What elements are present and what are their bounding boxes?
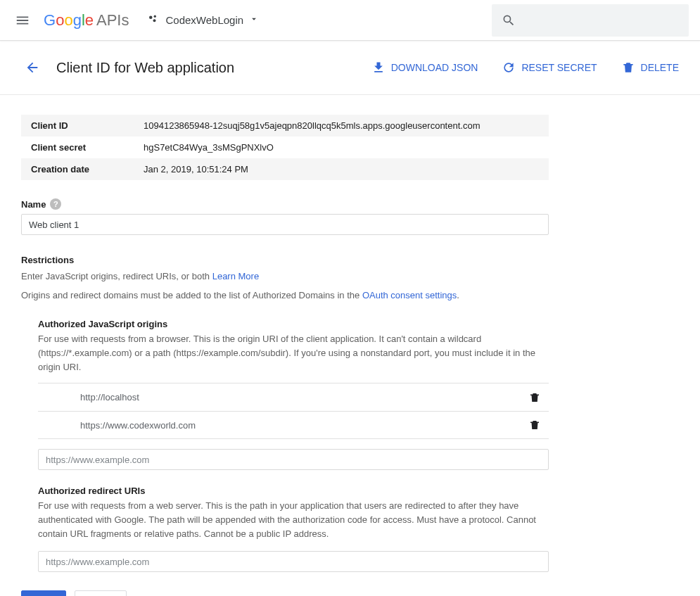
oauth-consent-link[interactable]: OAuth consent settings [362,290,457,300]
svg-point-0 [149,16,153,20]
project-icon [147,13,160,27]
download-json-label: DOWNLOAD JSON [391,62,478,73]
delete-button[interactable]: DELETE [621,61,679,75]
help-icon[interactable]: ? [50,198,61,210]
delete-uri-button[interactable] [521,391,549,404]
js-origin-input[interactable] [38,449,549,470]
js-origins-list: http://localhosthttps://www.codexworld.c… [38,383,549,439]
client-secret-value: hgS7etC84Wya_3sMSgPNXlvO [134,137,549,158]
client-secret-label: Client secret [21,137,134,158]
redirect-uris-section: Authorized redirect URIs For use with re… [38,486,549,572]
uri-row: http://localhost [38,383,549,411]
menu-button[interactable] [8,6,37,34]
app-bar: Google APIs CodexWebLogin [0,0,700,41]
svg-point-2 [153,19,156,22]
caret-down-icon [249,14,259,26]
delete-uri-button[interactable] [521,419,549,431]
cancel-button[interactable]: Cancel [75,590,127,596]
js-origins-heading: Authorized JavaScript origins [38,319,549,329]
restrictions-heading: Restrictions [21,255,556,265]
creation-date-value: Jan 2, 2019, 10:51:24 PM [134,158,549,180]
name-label: Name ? [21,198,556,210]
reset-secret-button[interactable]: RESET SECRET [502,61,597,75]
button-row: Save Cancel [21,590,556,596]
creation-date-label: Creation date [21,158,134,180]
client-id-label: Client ID [21,115,134,137]
restrictions-line1-text: Enter JavaScript origins, redirect URIs,… [21,271,212,281]
reset-secret-label: RESET SECRET [521,62,597,73]
restrictions-line2-post: . [457,290,459,300]
logo-suffix: APIs [96,11,129,30]
redirect-uris-desc: For use with requests from a web server.… [38,499,549,541]
trash-icon [621,61,635,75]
hamburger-icon [15,13,30,28]
uri-row: https://www.codexworld.com [38,411,549,439]
svg-point-1 [154,15,156,18]
back-button[interactable] [21,56,44,79]
search-icon [502,13,516,27]
download-icon [371,61,386,75]
redirect-uri-input[interactable] [38,551,549,572]
client-id-value: 1094123865948-12suqj58g1v5ajeqpn820llqcq… [134,115,549,137]
page-title: Client ID for Web application [56,60,234,76]
table-row: Creation date Jan 2, 2019, 10:51:24 PM [21,158,549,180]
js-origins-section: Authorized JavaScript origins For use wi… [38,319,549,470]
header-actions: DOWNLOAD JSON RESET SECRET DELETE [371,61,679,75]
restrictions-line2-text: Origins and redirect domains must be add… [21,290,362,300]
restrictions-line1: Enter JavaScript origins, redirect URIs,… [21,270,556,284]
restrictions-section: Restrictions Enter JavaScript origins, r… [21,255,556,572]
project-name: CodexWebLogin [165,14,243,26]
restrictions-line2: Origins and redirect domains must be add… [21,289,556,303]
name-label-text: Name [21,199,46,210]
project-picker[interactable]: CodexWebLogin [141,8,265,32]
name-input[interactable] [21,214,549,235]
learn-more-link[interactable]: Learn More [212,271,259,281]
js-origins-desc: For use with requests from a browser. Th… [38,332,549,374]
download-json-button[interactable]: DOWNLOAD JSON [371,61,478,75]
refresh-icon [502,61,516,75]
google-apis-logo[interactable]: Google APIs [44,11,129,30]
content: Client ID 1094123865948-12suqj58g1v5ajeq… [0,95,577,596]
table-row: Client secret hgS7etC84Wya_3sMSgPNXlvO [21,137,549,158]
uri-text: http://localhost [38,392,521,402]
save-button[interactable]: Save [21,590,66,596]
arrow-back-icon [25,60,40,75]
delete-label: DELETE [641,62,679,73]
redirect-uris-heading: Authorized redirect URIs [38,486,549,496]
page-header: Client ID for Web application DOWNLOAD J… [0,41,700,95]
table-row: Client ID 1094123865948-12suqj58g1v5ajeq… [21,115,549,137]
uri-text: https://www.codexworld.com [38,420,521,431]
client-info-table: Client ID 1094123865948-12suqj58g1v5ajeq… [21,115,549,180]
search-box[interactable] [492,4,689,37]
trash-icon [528,391,541,404]
trash-icon [528,419,541,431]
